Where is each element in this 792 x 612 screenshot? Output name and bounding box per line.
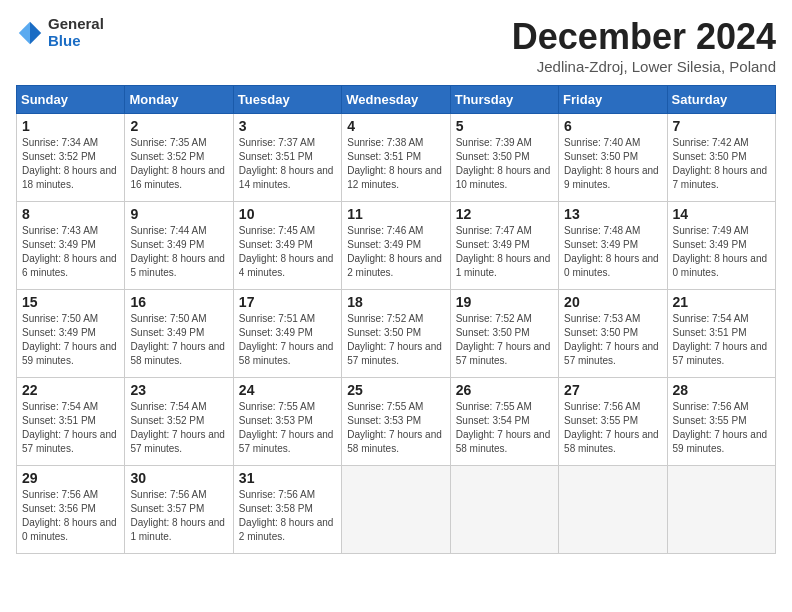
day-number: 16	[130, 294, 227, 310]
day-number: 22	[22, 382, 119, 398]
day-info: Sunrise: 7:54 AMSunset: 3:51 PMDaylight:…	[673, 313, 768, 366]
calendar-week-row: 29 Sunrise: 7:56 AMSunset: 3:56 PMDaylig…	[17, 466, 776, 554]
logo-blue-text: Blue	[48, 33, 104, 50]
calendar-cell: 22 Sunrise: 7:54 AMSunset: 3:51 PMDaylig…	[17, 378, 125, 466]
calendar-cell: 19 Sunrise: 7:52 AMSunset: 3:50 PMDaylig…	[450, 290, 558, 378]
calendar-cell: 3 Sunrise: 7:37 AMSunset: 3:51 PMDayligh…	[233, 114, 341, 202]
day-number: 25	[347, 382, 444, 398]
calendar-cell: 4 Sunrise: 7:38 AMSunset: 3:51 PMDayligh…	[342, 114, 450, 202]
calendar-cell: 12 Sunrise: 7:47 AMSunset: 3:49 PMDaylig…	[450, 202, 558, 290]
col-friday: Friday	[559, 86, 667, 114]
svg-marker-1	[19, 21, 30, 43]
day-number: 29	[22, 470, 119, 486]
day-number: 14	[673, 206, 770, 222]
calendar-cell: 29 Sunrise: 7:56 AMSunset: 3:56 PMDaylig…	[17, 466, 125, 554]
day-number: 31	[239, 470, 336, 486]
day-number: 27	[564, 382, 661, 398]
calendar-cell: 24 Sunrise: 7:55 AMSunset: 3:53 PMDaylig…	[233, 378, 341, 466]
day-info: Sunrise: 7:49 AMSunset: 3:49 PMDaylight:…	[673, 225, 768, 278]
day-info: Sunrise: 7:46 AMSunset: 3:49 PMDaylight:…	[347, 225, 442, 278]
calendar-cell: 14 Sunrise: 7:49 AMSunset: 3:49 PMDaylig…	[667, 202, 775, 290]
logo: General Blue	[16, 16, 104, 49]
day-info: Sunrise: 7:56 AMSunset: 3:58 PMDaylight:…	[239, 489, 334, 542]
location-title: Jedlina-Zdroj, Lower Silesia, Poland	[512, 58, 776, 75]
day-info: Sunrise: 7:47 AMSunset: 3:49 PMDaylight:…	[456, 225, 551, 278]
day-number: 28	[673, 382, 770, 398]
col-wednesday: Wednesday	[342, 86, 450, 114]
calendar-cell: 28 Sunrise: 7:56 AMSunset: 3:55 PMDaylig…	[667, 378, 775, 466]
calendar-cell	[342, 466, 450, 554]
day-info: Sunrise: 7:56 AMSunset: 3:57 PMDaylight:…	[130, 489, 225, 542]
calendar-cell: 9 Sunrise: 7:44 AMSunset: 3:49 PMDayligh…	[125, 202, 233, 290]
calendar-cell: 8 Sunrise: 7:43 AMSunset: 3:49 PMDayligh…	[17, 202, 125, 290]
day-number: 30	[130, 470, 227, 486]
calendar-cell: 26 Sunrise: 7:55 AMSunset: 3:54 PMDaylig…	[450, 378, 558, 466]
col-tuesday: Tuesday	[233, 86, 341, 114]
day-number: 12	[456, 206, 553, 222]
calendar-cell: 6 Sunrise: 7:40 AMSunset: 3:50 PMDayligh…	[559, 114, 667, 202]
day-info: Sunrise: 7:56 AMSunset: 3:55 PMDaylight:…	[673, 401, 768, 454]
calendar-cell: 1 Sunrise: 7:34 AMSunset: 3:52 PMDayligh…	[17, 114, 125, 202]
day-number: 17	[239, 294, 336, 310]
svg-marker-0	[30, 21, 41, 43]
calendar-cell: 2 Sunrise: 7:35 AMSunset: 3:52 PMDayligh…	[125, 114, 233, 202]
day-info: Sunrise: 7:50 AMSunset: 3:49 PMDaylight:…	[22, 313, 117, 366]
calendar-week-row: 8 Sunrise: 7:43 AMSunset: 3:49 PMDayligh…	[17, 202, 776, 290]
day-number: 4	[347, 118, 444, 134]
day-number: 20	[564, 294, 661, 310]
col-thursday: Thursday	[450, 86, 558, 114]
day-number: 21	[673, 294, 770, 310]
calendar-week-row: 1 Sunrise: 7:34 AMSunset: 3:52 PMDayligh…	[17, 114, 776, 202]
day-info: Sunrise: 7:40 AMSunset: 3:50 PMDaylight:…	[564, 137, 659, 190]
day-number: 7	[673, 118, 770, 134]
calendar-cell: 7 Sunrise: 7:42 AMSunset: 3:50 PMDayligh…	[667, 114, 775, 202]
day-number: 9	[130, 206, 227, 222]
day-number: 24	[239, 382, 336, 398]
day-info: Sunrise: 7:39 AMSunset: 3:50 PMDaylight:…	[456, 137, 551, 190]
calendar-cell	[559, 466, 667, 554]
day-info: Sunrise: 7:34 AMSunset: 3:52 PMDaylight:…	[22, 137, 117, 190]
day-number: 8	[22, 206, 119, 222]
calendar-cell: 10 Sunrise: 7:45 AMSunset: 3:49 PMDaylig…	[233, 202, 341, 290]
calendar-table: Sunday Monday Tuesday Wednesday Thursday…	[16, 85, 776, 554]
logo-icon	[16, 19, 44, 47]
calendar-cell	[450, 466, 558, 554]
day-number: 13	[564, 206, 661, 222]
day-info: Sunrise: 7:53 AMSunset: 3:50 PMDaylight:…	[564, 313, 659, 366]
calendar-cell: 23 Sunrise: 7:54 AMSunset: 3:52 PMDaylig…	[125, 378, 233, 466]
day-number: 23	[130, 382, 227, 398]
day-info: Sunrise: 7:55 AMSunset: 3:53 PMDaylight:…	[239, 401, 334, 454]
day-number: 1	[22, 118, 119, 134]
day-info: Sunrise: 7:51 AMSunset: 3:49 PMDaylight:…	[239, 313, 334, 366]
calendar-cell: 21 Sunrise: 7:54 AMSunset: 3:51 PMDaylig…	[667, 290, 775, 378]
day-number: 15	[22, 294, 119, 310]
calendar-cell: 18 Sunrise: 7:52 AMSunset: 3:50 PMDaylig…	[342, 290, 450, 378]
day-number: 18	[347, 294, 444, 310]
calendar-cell: 27 Sunrise: 7:56 AMSunset: 3:55 PMDaylig…	[559, 378, 667, 466]
col-monday: Monday	[125, 86, 233, 114]
day-number: 5	[456, 118, 553, 134]
calendar-cell: 5 Sunrise: 7:39 AMSunset: 3:50 PMDayligh…	[450, 114, 558, 202]
day-info: Sunrise: 7:35 AMSunset: 3:52 PMDaylight:…	[130, 137, 225, 190]
calendar-cell: 16 Sunrise: 7:50 AMSunset: 3:49 PMDaylig…	[125, 290, 233, 378]
day-info: Sunrise: 7:44 AMSunset: 3:49 PMDaylight:…	[130, 225, 225, 278]
calendar-cell: 25 Sunrise: 7:55 AMSunset: 3:53 PMDaylig…	[342, 378, 450, 466]
day-info: Sunrise: 7:43 AMSunset: 3:49 PMDaylight:…	[22, 225, 117, 278]
col-sunday: Sunday	[17, 86, 125, 114]
day-number: 10	[239, 206, 336, 222]
calendar-cell: 31 Sunrise: 7:56 AMSunset: 3:58 PMDaylig…	[233, 466, 341, 554]
calendar-cell: 20 Sunrise: 7:53 AMSunset: 3:50 PMDaylig…	[559, 290, 667, 378]
day-info: Sunrise: 7:48 AMSunset: 3:49 PMDaylight:…	[564, 225, 659, 278]
day-info: Sunrise: 7:52 AMSunset: 3:50 PMDaylight:…	[347, 313, 442, 366]
day-info: Sunrise: 7:56 AMSunset: 3:55 PMDaylight:…	[564, 401, 659, 454]
logo-general-text: General	[48, 16, 104, 33]
day-number: 6	[564, 118, 661, 134]
calendar-week-row: 22 Sunrise: 7:54 AMSunset: 3:51 PMDaylig…	[17, 378, 776, 466]
page-header: General Blue December 2024 Jedlina-Zdroj…	[16, 16, 776, 75]
day-number: 2	[130, 118, 227, 134]
calendar-cell: 17 Sunrise: 7:51 AMSunset: 3:49 PMDaylig…	[233, 290, 341, 378]
calendar-cell: 15 Sunrise: 7:50 AMSunset: 3:49 PMDaylig…	[17, 290, 125, 378]
day-info: Sunrise: 7:50 AMSunset: 3:49 PMDaylight:…	[130, 313, 225, 366]
title-block: December 2024 Jedlina-Zdroj, Lower Siles…	[512, 16, 776, 75]
day-info: Sunrise: 7:42 AMSunset: 3:50 PMDaylight:…	[673, 137, 768, 190]
